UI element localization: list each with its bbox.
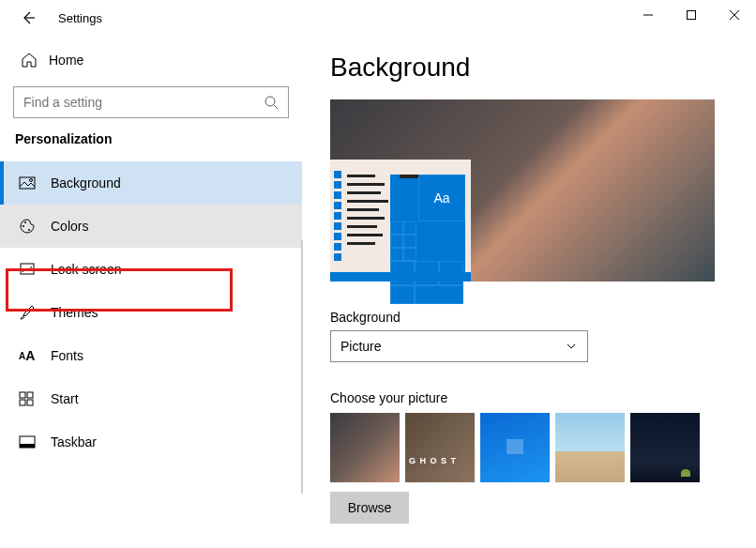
- background-type-label: Background: [330, 310, 728, 325]
- sidebar-home-label: Home: [49, 53, 83, 68]
- sidebar-item-colors[interactable]: Colors: [0, 205, 302, 248]
- svg-line-5: [274, 105, 278, 109]
- sidebar: Home Personalization Background Colors L…: [0, 36, 302, 548]
- start-icon: [19, 391, 39, 406]
- picture-icon: [19, 175, 39, 191]
- browse-button[interactable]: Browse: [330, 492, 409, 524]
- sidebar-item-label: Fonts: [51, 348, 83, 363]
- sidebar-item-taskbar[interactable]: Taskbar: [0, 420, 302, 464]
- sidebar-item-start[interactable]: Start: [0, 377, 302, 420]
- preview-text-sample: Aa: [418, 175, 465, 221]
- sidebar-item-label: Start: [51, 391, 79, 406]
- chevron-down-icon: [565, 340, 578, 353]
- svg-rect-17: [20, 444, 35, 448]
- sidebar-item-background[interactable]: Background: [0, 161, 302, 205]
- search-icon: [264, 95, 279, 110]
- picture-thumbnail[interactable]: [405, 413, 475, 482]
- sidebar-group-title: Personalization: [0, 131, 302, 146]
- lock-screen-icon: [19, 261, 39, 278]
- sidebar-item-label: Themes: [51, 305, 98, 320]
- svg-point-8: [23, 225, 24, 227]
- svg-rect-15: [27, 400, 33, 405]
- fonts-icon: AA: [19, 348, 39, 363]
- choose-picture-label: Choose your picture: [330, 390, 728, 405]
- sidebar-item-label: Lock screen: [51, 262, 121, 277]
- palette-icon: [19, 218, 39, 235]
- maximize-button[interactable]: [670, 0, 713, 30]
- page-title: Background: [330, 53, 728, 83]
- svg-point-10: [28, 229, 30, 231]
- sidebar-item-label: Taskbar: [51, 434, 97, 449]
- dropdown-value: Picture: [340, 339, 382, 354]
- sidebar-item-lock-screen[interactable]: Lock screen: [0, 248, 302, 291]
- sidebar-item-fonts[interactable]: AA Fonts: [0, 334, 302, 377]
- home-icon: [19, 52, 39, 68]
- svg-point-4: [265, 97, 275, 106]
- taskbar-icon: [19, 435, 39, 449]
- picture-thumbnail[interactable]: [630, 413, 700, 482]
- background-type-dropdown[interactable]: Picture: [330, 330, 588, 362]
- svg-rect-11: [21, 264, 34, 274]
- svg-rect-14: [20, 400, 25, 405]
- sidebar-item-themes[interactable]: Themes: [0, 291, 302, 334]
- background-preview: Aa: [330, 99, 715, 282]
- search-input[interactable]: [13, 86, 289, 118]
- picture-thumbnails: [330, 413, 728, 482]
- svg-rect-1: [688, 11, 696, 20]
- sidebar-item-label: Background: [51, 175, 121, 190]
- sidebar-home[interactable]: Home: [0, 41, 302, 79]
- preview-sample-window: Aa: [330, 160, 471, 282]
- svg-point-9: [24, 221, 26, 223]
- sidebar-item-label: Colors: [51, 219, 88, 234]
- svg-point-7: [30, 179, 33, 182]
- svg-rect-13: [27, 392, 33, 398]
- close-button[interactable]: [713, 0, 756, 30]
- search-field[interactable]: [23, 95, 264, 110]
- picture-thumbnail[interactable]: [555, 413, 625, 482]
- sidebar-scrollbar[interactable]: [301, 240, 303, 494]
- main-panel: Background: [302, 36, 756, 548]
- minimize-button[interactable]: [627, 0, 670, 30]
- svg-rect-12: [20, 392, 25, 398]
- window-title: Settings: [58, 11, 102, 25]
- back-button[interactable]: [19, 10, 38, 25]
- picture-thumbnail[interactable]: [330, 413, 400, 482]
- brush-icon: [19, 304, 39, 321]
- picture-thumbnail[interactable]: [480, 413, 550, 482]
